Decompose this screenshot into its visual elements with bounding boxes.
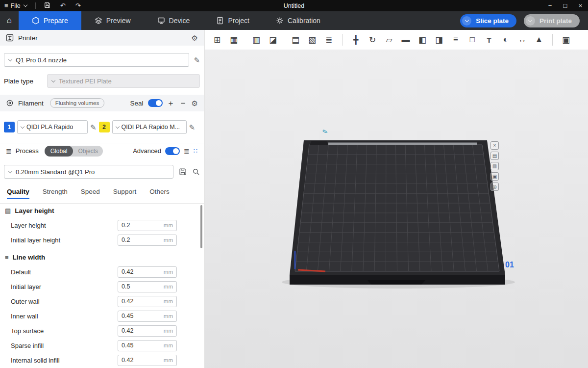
filament-icon (6, 99, 14, 107)
tab-quality[interactable]: Quality (7, 188, 29, 199)
default-input[interactable]: 0.42mm (118, 266, 177, 278)
printer-select[interactable]: Q1 Pro 0.4 nozzle (4, 53, 189, 67)
param-row: Top surface0.42mm (0, 323, 204, 338)
parameter-list-icon[interactable]: ≣ (184, 147, 190, 155)
plate-snapshot-icon[interactable]: ▤ (490, 152, 499, 160)
save-preset-icon[interactable] (179, 168, 187, 176)
viewport-canvas[interactable]: ✎ ×▤▥▣◎ 01 (205, 50, 588, 368)
add-multiple-plates-icon[interactable]: ▦ (227, 33, 240, 46)
measure-icon[interactable]: ↔ (516, 33, 529, 46)
lock-plate-icon[interactable]: ▣ (490, 172, 499, 181)
seal-toggle[interactable] (148, 99, 163, 107)
tab-prepare[interactable]: Prepare (19, 11, 81, 30)
redo-button[interactable]: ↷ (75, 2, 81, 9)
auto-arrange-icon[interactable]: ▥ (250, 33, 263, 46)
chevron-down-icon (21, 124, 24, 128)
paint-icon[interactable]: ◐ (499, 33, 512, 46)
close-button[interactable]: × (573, 0, 588, 11)
support-paint-icon[interactable]: ▲ (533, 33, 545, 46)
edit-printer-icon[interactable]: ✎ (194, 56, 200, 64)
initial-layer-input[interactable]: 0.5mm (118, 281, 177, 292)
split-to-objects-icon[interactable]: ◧ (416, 33, 429, 46)
file-menu-chevron-icon[interactable] (24, 3, 27, 7)
chevron-down-icon (8, 169, 12, 173)
filament-1-badge[interactable]: 1 (4, 122, 15, 132)
undo-button[interactable]: ↶ (60, 2, 66, 9)
plate-type-select[interactable]: Textured PEI Plate (47, 74, 200, 88)
layer-height-input[interactable]: 0.2mm (118, 220, 177, 231)
remove-filament-button[interactable]: − (179, 99, 187, 107)
unit-label: mm (164, 284, 173, 289)
delete-plate-icon[interactable]: × (490, 141, 499, 150)
flushing-volumes-button[interactable]: Flushing volumes (50, 98, 104, 108)
add-plate-icon[interactable]: ⊞ (211, 33, 223, 46)
process-preset-select[interactable]: 0.20mm Standard @Q1 Pro (4, 165, 173, 179)
slice-options-chevron-icon[interactable] (462, 16, 471, 26)
rotate-icon[interactable]: ↻ (366, 33, 379, 46)
tab-preview[interactable]: Preview (81, 11, 144, 30)
minimize-button[interactable]: − (542, 0, 558, 11)
filament-header-label: Filament (18, 100, 44, 107)
tab-others[interactable]: Others (149, 188, 170, 199)
scale-icon[interactable]: ▱ (383, 33, 395, 46)
plate-action-icons: ×▤▥▣◎ (490, 141, 499, 191)
add-filament-button[interactable]: + (167, 99, 175, 107)
main-nav: ⌂ Prepare Preview Device Project Calibra… (0, 11, 588, 30)
edit-filament-2-icon[interactable]: ✎ (189, 124, 196, 131)
inner-wall-input[interactable]: 0.45mm (118, 311, 177, 322)
edit-filament-1-icon[interactable]: ✎ (90, 124, 97, 131)
tab-support[interactable]: Support (113, 188, 136, 199)
param-section-header: ▤Layer height (0, 203, 204, 218)
param-label: Top surface (11, 327, 44, 335)
home-button[interactable]: ⌂ (0, 11, 19, 30)
plate-name-icon[interactable]: ▥ (490, 162, 499, 170)
initial-layer-height-input[interactable]: 0.2mm (118, 235, 177, 246)
top-surface-input[interactable]: 0.42mm (118, 325, 177, 337)
unit-label: mm (164, 357, 173, 363)
scope-objects-button[interactable]: Objects (73, 148, 103, 155)
mesh-boolean-icon[interactable]: □ (466, 33, 479, 46)
filament-2-select[interactable]: QIDI PLA Rapido M... (112, 120, 187, 134)
scope-global-button[interactable]: Global (45, 146, 74, 157)
tab-device[interactable]: Device (144, 11, 203, 30)
filament-settings-gear-icon[interactable]: ⚙ (192, 100, 198, 107)
print-options-chevron-icon[interactable] (526, 16, 535, 26)
tab-project[interactable]: Project (203, 11, 263, 30)
param-label: Sparse infill (11, 342, 44, 349)
plate-camera-icon[interactable]: ◎ (490, 183, 499, 191)
split-to-parts-icon[interactable]: ◨ (433, 33, 445, 46)
sparse-infill-input[interactable]: 0.45mm (118, 340, 177, 351)
auto-orient-icon[interactable]: ◪ (267, 33, 279, 46)
assembly-view-icon[interactable]: ▣ (560, 33, 572, 46)
text-tool-icon[interactable]: T (483, 33, 495, 46)
tab-strength[interactable]: Strength (43, 188, 68, 199)
unit-label: mm (164, 342, 173, 348)
advanced-toggle[interactable] (165, 147, 180, 155)
project-icon (216, 17, 224, 25)
plate-settings-icon[interactable]: ▧ (306, 33, 318, 46)
sidebar-scrollbar[interactable] (200, 205, 202, 248)
param-label: Internal solid infill (11, 357, 60, 364)
printer-settings-gear-icon[interactable]: ⚙ (192, 34, 198, 42)
compare-presets-icon[interactable]: ∷ (194, 147, 198, 155)
label-objects-icon[interactable]: ▤ (289, 33, 302, 46)
param-label: Outer wall (11, 298, 40, 305)
search-icon[interactable] (192, 168, 200, 176)
tab-speed[interactable]: Speed (81, 188, 100, 199)
lay-flat-icon[interactable]: ▬ (399, 33, 412, 46)
filament-1-select[interactable]: QIDI PLA Rapido (17, 120, 88, 134)
build-plate (205, 50, 588, 368)
print-plate-button[interactable]: Print plate (524, 14, 580, 27)
internal-solid-infill-input[interactable]: 0.42mm (118, 355, 177, 366)
file-menu[interactable]: ≡ File (4, 2, 21, 9)
filament-2-badge[interactable]: 2 (99, 122, 110, 132)
save-button[interactable] (44, 2, 50, 10)
maximize-button[interactable]: □ (558, 0, 573, 11)
outer-wall-input[interactable]: 0.42mm (118, 296, 177, 307)
line-width-icon: ≡ (5, 254, 9, 261)
object-list-icon[interactable]: ≣ (322, 33, 335, 46)
slice-plate-button[interactable]: Slice plate (460, 14, 516, 27)
tab-calibration[interactable]: Calibration (263, 11, 334, 30)
variable-layer-height-icon[interactable]: ≡ (449, 33, 462, 46)
move-icon[interactable]: ╋ (349, 33, 362, 46)
